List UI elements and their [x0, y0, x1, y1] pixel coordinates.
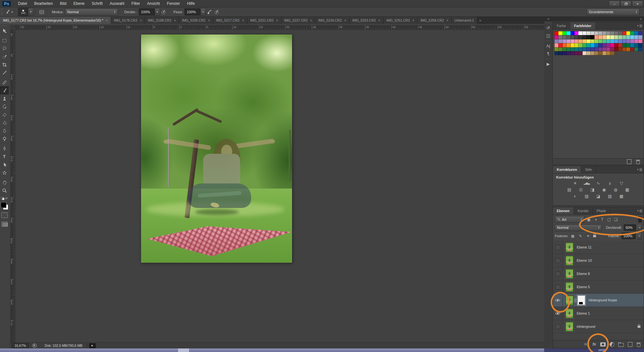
color-swatch[interactable] — [606, 35, 610, 39]
color-swatch[interactable] — [586, 35, 590, 39]
opacity-field[interactable]: 100% — [139, 8, 155, 15]
color-swatch[interactable] — [591, 43, 594, 47]
toggle-brush-panel-icon[interactable] — [38, 8, 45, 15]
color-swatch[interactable] — [554, 31, 558, 35]
color-swatch[interactable] — [554, 43, 558, 47]
color-swatch[interactable] — [626, 31, 630, 35]
color-swatch[interactable] — [563, 47, 566, 51]
tab-farbe[interactable]: Farbe — [553, 22, 570, 29]
layer-name[interactable]: Ebene 5 — [577, 285, 590, 289]
layer-thumbnail[interactable] — [565, 308, 573, 318]
color-swatch[interactable] — [554, 35, 558, 39]
color-swatch[interactable] — [571, 39, 574, 43]
panel-menu-icon[interactable]: ▼ — [637, 24, 642, 27]
color-swatch[interactable] — [606, 31, 610, 35]
color-swatch[interactable] — [582, 39, 586, 43]
menu-fenster[interactable]: Fenster — [163, 0, 184, 7]
color-swatch[interactable] — [574, 39, 578, 43]
pressure-opacity-icon[interactable] — [160, 8, 167, 15]
color-swatch[interactable] — [554, 51, 558, 55]
collapse-panels-chevron[interactable]: « — [545, 17, 551, 21]
color-swatch[interactable] — [563, 39, 566, 43]
color-swatch[interactable] — [566, 43, 570, 47]
menu-bild[interactable]: Bild — [56, 0, 70, 7]
foreground-color-swatch[interactable] — [1, 202, 6, 208]
layer-thumbnail[interactable] — [565, 269, 573, 279]
color-swatch[interactable] — [622, 31, 626, 35]
document-tab-7[interactable]: IMG_5237.CR2× — [281, 17, 316, 24]
flaeche-fill-field[interactable]: 100% — [621, 233, 636, 239]
minimize-button[interactable]: – — [609, 1, 620, 7]
tab-pfade[interactable]: Pfade — [593, 207, 610, 214]
document-tab-11[interactable]: IMG_5258.CR2× — [418, 17, 452, 24]
layer-name[interactable]: Ebene 8 — [577, 272, 590, 276]
layer-mask-thumbnail[interactable] — [577, 295, 585, 305]
tab-close-icon[interactable]: × — [378, 19, 380, 22]
color-swatch[interactable] — [591, 47, 594, 51]
tab-close-icon[interactable]: × — [174, 19, 176, 22]
color-swatch[interactable] — [634, 43, 638, 47]
lock-position-icon[interactable]: ✛ — [585, 233, 591, 239]
color-swatch[interactable] — [578, 39, 582, 43]
tab-close-icon[interactable]: × — [412, 19, 414, 22]
color-swatch[interactable] — [594, 31, 598, 35]
color-swatch[interactable] — [594, 47, 598, 51]
color-swatch[interactable] — [574, 43, 578, 47]
color-swatch[interactable] — [574, 51, 578, 55]
deckkraft-arrow[interactable]: ▼ — [638, 224, 642, 231]
color-swatch[interactable] — [630, 31, 634, 35]
color-swatch[interactable] — [602, 43, 606, 47]
color-swatch[interactable] — [614, 35, 618, 39]
dock-grip[interactable] — [546, 41, 551, 41]
pen-tool[interactable] — [0, 144, 9, 152]
quick-mask-button[interactable] — [1, 212, 8, 218]
lock-all-icon[interactable] — [593, 235, 596, 237]
deckkraft-opacity-field[interactable]: 50% — [624, 224, 636, 231]
color-swatch[interactable] — [586, 51, 590, 55]
layer-row-hintergrund-kopie[interactable]: Hintergrund Kopie — [553, 294, 644, 307]
layer-visibility-toggle[interactable] — [553, 267, 563, 280]
color-swatch[interactable] — [566, 39, 570, 43]
layer-style-button[interactable]: fx — [592, 342, 596, 347]
exposure-icon[interactable]: ± — [606, 181, 613, 186]
color-swatch[interactable] — [558, 31, 562, 35]
color-swatch[interactable] — [578, 47, 582, 51]
layer-thumbnail[interactable] — [565, 242, 573, 252]
menu-hilfe[interactable]: Hilfe — [184, 0, 198, 7]
new-swatch-button[interactable] — [627, 159, 631, 164]
color-swatch[interactable] — [606, 39, 610, 43]
hand-tool[interactable] — [0, 178, 9, 186]
color-swatch[interactable] — [571, 35, 574, 39]
color-swatch[interactable] — [614, 47, 618, 51]
levels-icon[interactable]: ▂▅▃ — [583, 181, 590, 186]
menu-ebene[interactable]: Ebene — [70, 0, 88, 7]
color-lookup-icon[interactable]: ▦ — [624, 187, 631, 192]
color-swatch[interactable] — [626, 39, 630, 43]
color-swatch[interactable] — [614, 31, 618, 35]
spot-healing-brush-tool[interactable] — [0, 78, 9, 86]
filter-shape-layers-icon[interactable]: ▢ — [606, 217, 612, 222]
layer-thumbnail[interactable] — [565, 322, 573, 332]
blend-mode-dropdown[interactable]: Normal ▲▼ — [65, 8, 118, 15]
color-swatch[interactable] — [622, 39, 626, 43]
color-swatch[interactable] — [563, 51, 566, 55]
layer-row-ebene-11[interactable]: Ebene 11 — [553, 241, 644, 254]
color-swatch[interactable] — [586, 43, 590, 47]
layer-name[interactable]: Ebene 10 — [577, 259, 592, 262]
tab-close-icon[interactable]: × — [208, 19, 210, 22]
document-tab-6[interactable]: IMG_5231.CR2× — [247, 17, 281, 24]
color-swatch[interactable] — [558, 35, 562, 39]
zoom-level-field[interactable]: 16,67% — [12, 343, 29, 348]
threshold-icon[interactable]: ◪ — [595, 193, 602, 199]
color-swatch[interactable] — [591, 39, 594, 43]
layer-visibility-eye-icon[interactable] — [553, 307, 563, 320]
vibrance-icon[interactable]: ▽ — [618, 181, 625, 186]
crop-tool[interactable] — [0, 61, 9, 69]
color-swatch[interactable] — [610, 39, 614, 43]
taskbar-item[interactable] — [178, 348, 189, 352]
layer-filter-dropdown[interactable]: Art ▲▼ — [555, 216, 584, 223]
document-size-info[interactable]: Dok: 102,5 MB/790,6 MB — [40, 343, 87, 348]
document-tab-2[interactable]: IMG_5178.CR2× — [111, 17, 145, 24]
color-swatch[interactable] — [571, 51, 574, 55]
color-swatch[interactable] — [634, 47, 638, 51]
